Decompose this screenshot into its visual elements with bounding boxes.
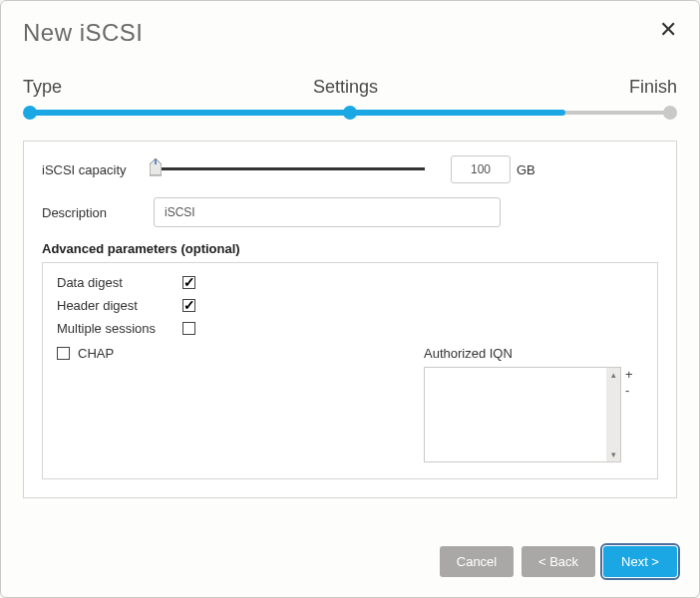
iqn-scrollbar[interactable]: ▴ ▾ xyxy=(606,368,620,461)
new-iscsi-dialog: New iSCSI ✕ Type Settings Finish iSCSI c… xyxy=(0,0,700,598)
capacity-input[interactable] xyxy=(451,155,511,183)
advanced-params-box: Data digest Header digest Multiple sessi… xyxy=(42,262,658,479)
description-input[interactable] xyxy=(154,197,501,227)
slider-track xyxy=(154,167,425,170)
back-button[interactable]: < Back xyxy=(522,546,595,577)
chap-checkbox[interactable] xyxy=(57,347,70,360)
capacity-row: iSCSI capacity GB xyxy=(42,155,658,183)
multiple-sessions-label: Multiple sessions xyxy=(57,321,182,336)
step-dot-type[interactable] xyxy=(23,106,37,120)
multiple-sessions-checkbox[interactable] xyxy=(182,322,195,335)
cancel-button[interactable]: Cancel xyxy=(440,546,514,577)
header-digest-row: Header digest xyxy=(57,298,643,313)
header-digest-label: Header digest xyxy=(57,298,182,313)
scroll-up-icon[interactable]: ▴ xyxy=(606,368,620,382)
description-row: Description xyxy=(42,197,658,227)
chap-label: CHAP xyxy=(78,346,114,361)
data-digest-label: Data digest xyxy=(57,275,182,290)
settings-panel: iSCSI capacity GB Description Advanced p… xyxy=(23,141,677,498)
step-finish-label: Finish xyxy=(629,77,677,98)
step-track-fill xyxy=(29,110,565,116)
capacity-label: iSCSI capacity xyxy=(42,162,154,177)
wizard-stepper: Type Settings Finish xyxy=(23,77,677,127)
step-dot-settings[interactable] xyxy=(343,106,357,120)
multiple-sessions-row: Multiple sessions xyxy=(57,321,643,336)
dialog-footer: Cancel < Back Next > xyxy=(440,546,677,577)
capacity-unit: GB xyxy=(517,162,535,177)
iqn-add-button[interactable]: + xyxy=(625,367,633,383)
step-type-label: Type xyxy=(23,77,62,98)
dialog-title: New iSCSI xyxy=(23,19,677,47)
authorized-iqn-list[interactable]: ▴ ▾ xyxy=(424,367,621,462)
header-digest-checkbox[interactable] xyxy=(182,299,195,312)
data-digest-row: Data digest xyxy=(57,275,643,290)
next-button[interactable]: Next > xyxy=(603,546,677,577)
step-dot-finish[interactable] xyxy=(663,106,677,120)
advanced-params-title: Advanced parameters (optional) xyxy=(42,241,658,256)
description-label: Description xyxy=(42,205,154,220)
scroll-down-icon[interactable]: ▾ xyxy=(606,448,620,461)
iqn-remove-button[interactable]: - xyxy=(625,383,633,399)
data-digest-checkbox[interactable] xyxy=(182,276,195,289)
capacity-slider[interactable] xyxy=(154,160,425,178)
chap-and-iqn-row: CHAP Authorized IQN ▴ ▾ + - xyxy=(57,346,643,462)
step-settings-label: Settings xyxy=(313,77,378,98)
slider-handle-icon[interactable] xyxy=(150,158,162,174)
close-icon[interactable]: ✕ xyxy=(659,19,677,41)
authorized-iqn-label: Authorized IQN xyxy=(424,346,643,361)
